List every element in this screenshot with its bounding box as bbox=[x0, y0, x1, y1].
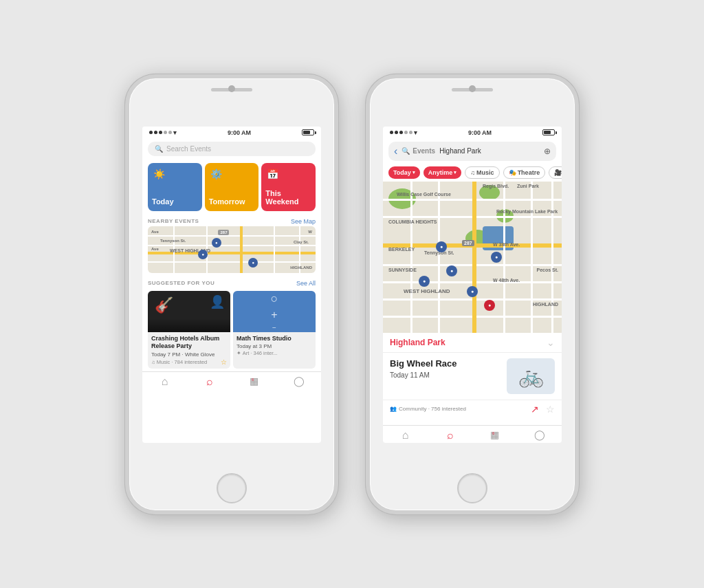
fmap-label-columbia: COLUMBIA HEIGHTS bbox=[388, 219, 437, 224]
map-pin-1: ● bbox=[212, 238, 221, 248]
chip-anytime-caret: ▾ bbox=[454, 170, 456, 175]
signal-dot-5 bbox=[168, 131, 172, 134]
map-label-clay: Clay St. bbox=[294, 240, 309, 244]
fmap-pin-2: ● bbox=[419, 276, 430, 287]
tab-calendar-right[interactable]: ▦ 6 bbox=[472, 429, 517, 442]
camera-left bbox=[228, 85, 235, 92]
map-label-2: Ave bbox=[151, 247, 159, 251]
event-meta-2: ✦ Art · 346 inter... bbox=[236, 350, 312, 356]
tab-search-right[interactable]: ⌕ bbox=[428, 429, 472, 442]
event-time-2: Today at 3 PM bbox=[236, 343, 312, 349]
location-section[interactable]: Highland Park ⌄ bbox=[383, 333, 562, 353]
share-icon[interactable]: ↗ bbox=[531, 404, 539, 415]
event-info-2: Math Times Studio Today at 3 PM ✦ Art · … bbox=[233, 332, 316, 360]
battery-area-left bbox=[302, 129, 314, 135]
see-map-link[interactable]: See Map bbox=[291, 218, 316, 225]
map-label-w: W bbox=[308, 230, 312, 234]
phone-right: ▾ 9:00 AM ‹ 🔍 Events Highand Park ⊕ Toda… bbox=[366, 74, 579, 514]
meta-left: 👥 Community · 756 interested bbox=[390, 406, 466, 412]
tab-profile-left[interactable]: ◯ bbox=[276, 375, 321, 388]
map-label-1: Ave bbox=[151, 230, 159, 234]
signal-dot-r1 bbox=[390, 131, 393, 134]
battery-fill bbox=[303, 131, 310, 134]
chip-theatre[interactable]: 🎭 Theatre bbox=[503, 166, 546, 179]
screen-left: ▾ 9:00 AM 🔍 Search Events ☀️ Today ⚙️ To… bbox=[142, 127, 321, 443]
chip-today[interactable]: Today ▾ bbox=[388, 166, 420, 179]
chip-anytime[interactable]: Anytime ▾ bbox=[424, 166, 462, 179]
event-image-1: 🎸 👤 bbox=[148, 291, 230, 332]
camera-right bbox=[469, 85, 476, 92]
chip-video-icon: 🎥 bbox=[554, 169, 562, 176]
fmap-rv6 bbox=[551, 182, 553, 333]
tile-tomorrow-icon: ⚙️ bbox=[210, 168, 222, 179]
full-map[interactable]: Regis Blvd. Zuni Park COLUMBIA HEIGHTS B… bbox=[383, 182, 562, 333]
fmap-pin-3: ● bbox=[446, 265, 457, 276]
tile-today[interactable]: ☀️ Today bbox=[148, 163, 202, 211]
event-info-1: Crashing Hotels Album Release Party Toda… bbox=[148, 332, 230, 369]
tab-bar-right: ⌂ ⌕ ▦ 6 ◯ bbox=[383, 425, 562, 443]
location-name: Highland Park bbox=[390, 338, 446, 347]
fmap-pin-4: ● bbox=[467, 286, 478, 297]
suggested-title: SUGGESTED FOR YOU bbox=[148, 280, 214, 286]
see-all-link[interactable]: See All bbox=[296, 280, 316, 287]
chip-anytime-label: Anytime bbox=[428, 169, 453, 176]
battery-icon-right bbox=[542, 129, 555, 135]
map-label-287: 287 bbox=[218, 230, 229, 235]
tile-tomorrow[interactable]: ⚙️ Tomorrow bbox=[205, 163, 259, 211]
fmap-rv1 bbox=[410, 182, 412, 333]
event-card-2[interactable]: ○ + − Math Times Studio Today at 3 PM ✦ … bbox=[233, 291, 316, 369]
event-title-1: Crashing Hotels Album Release Party bbox=[151, 335, 227, 351]
community-icon: 👥 bbox=[390, 406, 397, 412]
signal-area: ▾ bbox=[149, 129, 177, 136]
nearby-title: NEARBY EVENTS bbox=[148, 218, 199, 224]
tile-weekend[interactable]: 📅 This Weekend bbox=[261, 163, 316, 211]
fmap-label-pecos: Pecos St. bbox=[536, 268, 558, 272]
event-detail[interactable]: Big Wheel Race Today 11 AM 🚲 bbox=[383, 353, 562, 400]
chip-music[interactable]: ♫ Music bbox=[465, 166, 499, 179]
event-cards: 🎸 👤 Crashing Hotels Album Release Party … bbox=[142, 288, 321, 371]
tab-home-right[interactable]: ⌂ bbox=[383, 429, 428, 442]
fmap-label-287: 287 bbox=[462, 240, 474, 246]
battery-area-right bbox=[542, 129, 555, 135]
event-card-1[interactable]: 🎸 👤 Crashing Hotels Album Release Party … bbox=[148, 291, 230, 369]
event-detail-meta: 👥 Community · 756 interested ↗ ☆ bbox=[383, 400, 562, 418]
event-star-1[interactable]: ☆ bbox=[221, 358, 227, 366]
chevron-down-icon[interactable]: ⌄ bbox=[547, 337, 555, 348]
signal-dot-4 bbox=[164, 131, 167, 134]
filter-icon-right[interactable]: ⊕ bbox=[544, 146, 551, 156]
tab-search-left[interactable]: ⌕ bbox=[187, 375, 232, 388]
fmap-label-williscase: Willis Case Golf Course bbox=[397, 192, 451, 197]
star-icon-right[interactable]: ☆ bbox=[546, 404, 555, 415]
tile-weekend-icon: 📅 bbox=[267, 168, 278, 179]
tab-home-left[interactable]: ⌂ bbox=[142, 375, 187, 388]
search-bar-right[interactable]: ‹ 🔍 Events Highand Park ⊕ bbox=[388, 142, 556, 161]
tab-profile-right[interactable]: ◯ bbox=[517, 429, 562, 442]
map-pin-2: ● bbox=[198, 250, 208, 259]
search-label-right: Events bbox=[412, 147, 435, 155]
signal-dot-r2 bbox=[395, 131, 398, 134]
filter-chips: Today ▾ Anytime ▾ ♫ Music 🎭 Theatre 🎥 bbox=[383, 164, 562, 182]
fmap-label-regis: Regis Blvd. bbox=[483, 184, 509, 188]
home-button-left[interactable] bbox=[217, 473, 247, 503]
time-display-right: 9:00 AM bbox=[468, 129, 492, 136]
search-icon-left: 🔍 bbox=[155, 145, 163, 153]
map-label-highland2: HIGHLAND bbox=[290, 265, 312, 270]
search-location: Highand Park bbox=[439, 147, 481, 155]
signal-dot-2 bbox=[154, 131, 157, 134]
search-bar-left[interactable]: 🔍 Search Events bbox=[148, 142, 316, 156]
map-road-v4 bbox=[274, 226, 275, 273]
tab-calendar-left[interactable]: ▦ 6 bbox=[232, 375, 276, 388]
status-bar-left: ▾ 9:00 AM bbox=[142, 127, 321, 139]
event-time-1: Today 7 PM · White Glove bbox=[151, 351, 227, 358]
tab-bar-left: ⌂ ⌕ ▦ 6 ◯ bbox=[142, 371, 321, 389]
mini-map[interactable]: Ave Ave Tennyson St. WEST HIGHLAND W Cla… bbox=[148, 226, 316, 273]
signal-dot-1 bbox=[149, 131, 153, 134]
home-button-right[interactable] bbox=[457, 473, 487, 503]
fmap-label-westhighland: WEST HIGHLAND bbox=[404, 288, 450, 294]
chip-theatre-icon: 🎭 bbox=[509, 169, 516, 176]
back-button[interactable]: ‹ bbox=[394, 145, 397, 157]
chip-video[interactable]: 🎥 bbox=[549, 166, 562, 179]
signal-dot-r3 bbox=[399, 131, 403, 134]
nearby-header: NEARBY EVENTS See Map bbox=[142, 215, 321, 226]
fmap-rv2 bbox=[438, 182, 440, 333]
